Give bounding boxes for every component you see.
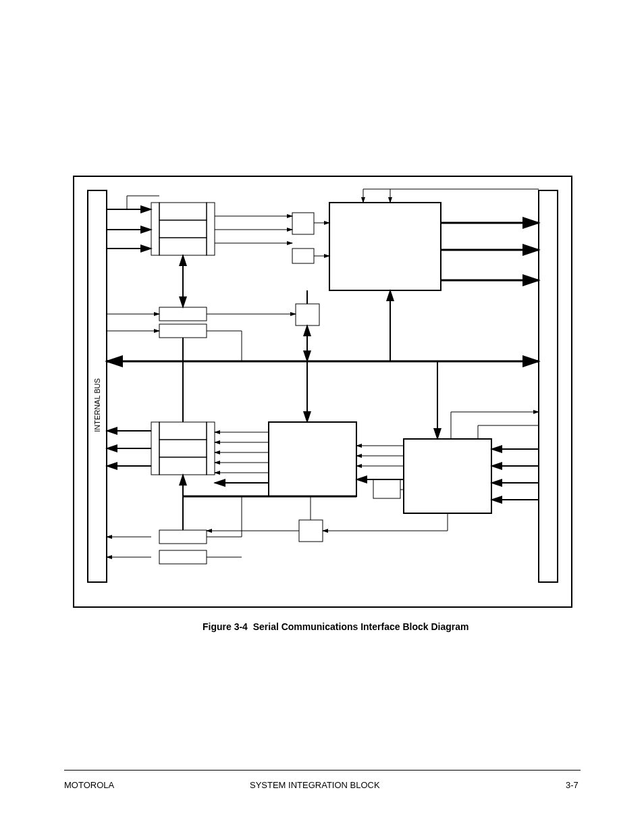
svg-rect-31 bbox=[296, 304, 319, 325]
right-pin-bar bbox=[539, 190, 558, 582]
svg-rect-0 bbox=[74, 176, 572, 607]
svg-rect-2 bbox=[159, 203, 207, 220]
svg-rect-59 bbox=[159, 422, 207, 440]
diagram: INTERNAL BUS bbox=[73, 176, 572, 608]
figure-caption: Figure 3-4 Serial Communications Interfa… bbox=[203, 621, 468, 632]
svg-text:INTERNAL BUS: INTERNAL BUS bbox=[93, 378, 101, 432]
svg-rect-60 bbox=[159, 440, 207, 457]
svg-rect-42 bbox=[404, 439, 491, 513]
footer-left: MOTOROLA bbox=[64, 780, 114, 790]
svg-rect-6 bbox=[207, 203, 215, 255]
svg-rect-69 bbox=[159, 550, 207, 564]
svg-rect-13 bbox=[292, 213, 314, 234]
svg-rect-3 bbox=[159, 220, 207, 238]
svg-rect-25 bbox=[159, 324, 207, 338]
svg-rect-24 bbox=[159, 307, 207, 321]
svg-rect-5 bbox=[151, 203, 159, 255]
svg-rect-68 bbox=[159, 530, 207, 544]
svg-rect-43 bbox=[373, 479, 400, 498]
svg-rect-15 bbox=[292, 249, 314, 263]
svg-rect-61 bbox=[159, 457, 207, 475]
footer-center: SYSTEM INTEGRATION BLOCK bbox=[250, 780, 380, 790]
svg-rect-63 bbox=[207, 422, 215, 475]
svg-rect-41 bbox=[269, 422, 356, 496]
svg-rect-4 bbox=[159, 238, 207, 255]
footer-right: 3-7 bbox=[566, 780, 579, 790]
svg-rect-17 bbox=[329, 203, 441, 290]
footer-rule bbox=[64, 770, 581, 771]
svg-rect-62 bbox=[151, 422, 159, 475]
svg-rect-75 bbox=[299, 520, 323, 542]
